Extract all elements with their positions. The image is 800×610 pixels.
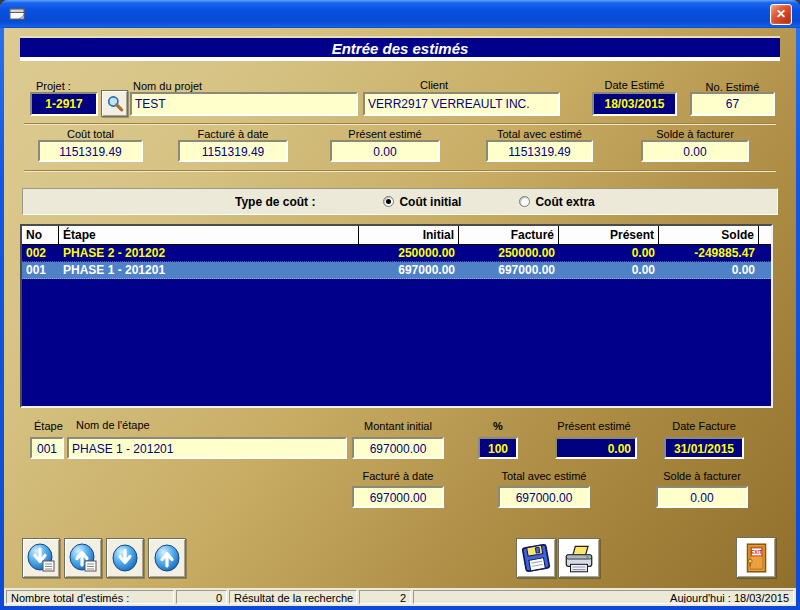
projet-search-button[interactable] (101, 90, 128, 117)
cell-facture: 697000.00 (459, 263, 559, 277)
printer-icon (561, 541, 597, 575)
solde-a-facturer-label: Solde à facturer (641, 128, 749, 140)
etape-field[interactable]: 001 (30, 437, 64, 459)
client-label: Client (420, 79, 448, 91)
status-nombre-label: Nombre total d'estimés : (6, 590, 174, 604)
date-estime-field[interactable]: 18/03/2015 (592, 92, 677, 116)
type-cout-label: Type de coût : (235, 195, 315, 209)
facture-a-date-label: Facturé à date (178, 128, 288, 140)
cell-initial: 697000.00 (359, 263, 459, 277)
nav-first-button[interactable] (64, 538, 102, 578)
pourcent-field[interactable]: 100 (478, 437, 518, 459)
total-avec-estime-bottom-label: Total avec estimé (498, 470, 590, 482)
page-title: Entrée des estimés (20, 36, 780, 61)
etapes-table[interactable]: No Étape Initial Facturé Présent Solde 0… (20, 224, 773, 408)
nom-projet-label: Nom du projet (133, 80, 202, 92)
magnifier-icon (105, 94, 125, 114)
status-nombre-value: 0 (176, 590, 227, 604)
no-estime-field[interactable]: 67 (690, 92, 775, 116)
present-estime-bottom-field[interactable]: 0.00 (555, 437, 637, 459)
facture-a-date-bottom-field: 697000.00 (352, 486, 444, 508)
arrow-up-icon (151, 542, 183, 574)
arrow-up-list-icon (67, 542, 99, 574)
svg-text:EXIT: EXIT (751, 549, 762, 554)
present-estime-label: Présent estimé (330, 128, 440, 140)
type-cout-panel: Type de coût : Coût initial Coût extra (22, 188, 778, 215)
facture-a-date-field: 1151319.49 (178, 140, 288, 162)
col-initial: Initial (359, 226, 459, 244)
cell-etape: PHASE 1 - 201201 (59, 263, 359, 277)
cout-total-label: Coût total (38, 128, 143, 140)
pourcent-label: % (478, 420, 518, 432)
divider (24, 123, 776, 125)
solde-a-facturer-bottom-field: 0.00 (656, 486, 748, 508)
radio-cout-initial[interactable]: Coût initial (383, 195, 461, 209)
facture-a-date-bottom-label: Facturé à date (352, 470, 444, 482)
montant-initial-field[interactable]: 697000.00 (352, 437, 444, 459)
status-bar: Nombre total d'estimés : 0 Résultat de l… (4, 588, 796, 606)
solde-a-facturer-field: 0.00 (641, 140, 749, 162)
window-icon (9, 6, 25, 22)
table-row-selected[interactable]: 001 PHASE 1 - 201201 697000.00 697000.00… (22, 262, 771, 279)
radio-cout-initial-label: Coût initial (399, 195, 461, 209)
cell-facture: 250000.00 (459, 246, 559, 260)
projet-field[interactable]: 1-2917 (30, 92, 98, 116)
nav-next-button[interactable] (106, 538, 144, 578)
projet-label: Projet : (36, 80, 71, 92)
cell-no: 002 (22, 246, 59, 260)
col-facture: Facturé (459, 226, 559, 244)
status-date: Aujourd'hui : 18/03/2015 (413, 590, 794, 604)
cell-solde: 0.00 (659, 263, 759, 277)
cell-etape: PHASE 2 - 201202 (59, 246, 359, 260)
exit-door-icon: EXIT (739, 540, 773, 576)
app-window: ✕ Entrée des estimés Projet : Nom du pro… (0, 0, 800, 610)
date-estime-label: Date Estimé (592, 79, 677, 91)
col-no: No (22, 226, 59, 244)
total-avec-estime-label: Total avec estimé (486, 128, 593, 140)
cell-present: 0.00 (559, 263, 659, 277)
cout-total-field: 1151319.49 (38, 140, 143, 162)
etape-label: Étape (34, 420, 63, 432)
radio-cout-extra-label: Coût extra (535, 195, 594, 209)
table-row[interactable]: 002 PHASE 2 - 201202 250000.00 250000.00… (22, 245, 771, 262)
cell-present: 0.00 (559, 246, 659, 260)
client-input[interactable]: VERR2917 VERREAULT INC. (363, 92, 560, 116)
nom-etape-label: Nom de l'étape (76, 419, 150, 431)
total-avec-estime-field: 1151319.49 (486, 140, 593, 162)
nav-previous-button[interactable] (148, 538, 186, 578)
radio-cout-extra[interactable]: Coût extra (519, 195, 594, 209)
nom-etape-input[interactable]: PHASE 1 - 201201 (67, 437, 347, 459)
cell-no: 001 (22, 263, 59, 277)
col-spacer (759, 226, 771, 244)
save-button[interactable] (516, 538, 556, 578)
montant-initial-label: Montant initial (352, 420, 444, 432)
col-solde: Solde (659, 226, 759, 244)
cell-solde: -249885.47 (659, 246, 759, 260)
present-estime-field: 0.00 (330, 140, 440, 162)
titlebar[interactable]: ✕ (0, 0, 800, 28)
total-avec-estime-bottom-field: 697000.00 (498, 486, 590, 508)
arrow-down-list-icon (25, 542, 57, 574)
floppy-disk-icon (519, 541, 553, 575)
date-facture-label: Date Facture (664, 420, 744, 432)
present-estime-bottom-label: Présent estimé (548, 420, 640, 432)
radio-icon (383, 196, 394, 207)
status-resultat-value: 2 (359, 590, 411, 604)
print-button[interactable] (558, 538, 600, 578)
status-resultat-label: Résultat de la recherche : (229, 590, 357, 604)
col-present: Présent (559, 226, 659, 244)
solde-a-facturer-bottom-label: Solde à facturer (656, 470, 748, 482)
date-facture-field[interactable]: 31/01/2015 (664, 437, 744, 459)
cell-initial: 250000.00 (359, 246, 459, 260)
arrow-down-icon (109, 542, 141, 574)
radio-icon (519, 196, 530, 207)
nom-projet-input[interactable]: TEST (130, 92, 358, 116)
col-etape: Étape (59, 226, 359, 244)
table-header: No Étape Initial Facturé Présent Solde (22, 226, 771, 245)
exit-button[interactable]: EXIT (736, 537, 776, 578)
divider (24, 170, 776, 172)
close-button[interactable]: ✕ (770, 4, 792, 25)
nav-last-button[interactable] (22, 538, 60, 578)
